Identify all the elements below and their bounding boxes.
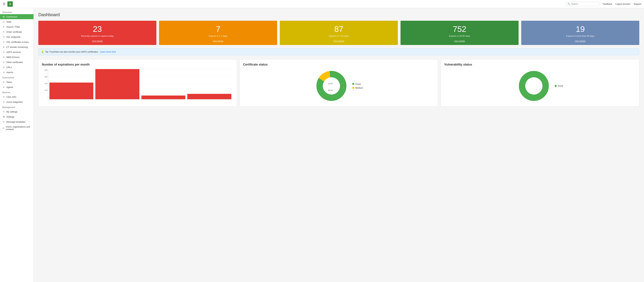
- chart-cert-status-title: Certificate status: [243, 63, 435, 66]
- view-details-90plus-days[interactable]: View details: [524, 40, 636, 42]
- sidebar-item-label: Search / Filter: [6, 26, 20, 28]
- legend-dot-medium: [352, 87, 354, 89]
- svg-text:S: S: [9, 3, 11, 6]
- stat-number-1-7days: 7: [162, 25, 274, 34]
- stat-card-7-30days[interactable]: 87 Expires in 7-30 days View details: [280, 21, 398, 45]
- sidebar-item-label: Tasks: [6, 81, 12, 83]
- support-link[interactable]: Support: [634, 3, 641, 5]
- citrix-icon: ≡: [2, 95, 5, 98]
- hamburger-icon[interactable]: ☰: [3, 2, 6, 6]
- sidebar-item-label: Azure integration: [6, 101, 23, 103]
- stat-card-expired[interactable]: 23 Recently expired or expires today Vie…: [38, 21, 156, 45]
- sidebar-item-dashboard[interactable]: ⊞ Dashboard: [0, 14, 34, 19]
- y-label-400: 400: [42, 83, 48, 85]
- sidebar-item-azure-integration[interactable]: ≡ Azure integration: [0, 99, 34, 104]
- sidebar-item-stats[interactable]: ≡ Stats: [0, 19, 34, 24]
- view-details-expired[interactable]: View details: [41, 40, 154, 42]
- search-input[interactable]: [571, 3, 595, 5]
- sidebar-item-settings[interactable]: ⚙ Settings: [0, 114, 34, 119]
- donut-vuln-status-svg: [517, 69, 551, 103]
- search-box[interactable]: 🔍: [566, 2, 599, 6]
- view-details-1-7days[interactable]: View details: [162, 40, 274, 42]
- sidebar-item-ssl-endpoints[interactable]: ≡ SSL endpoints: [0, 34, 34, 39]
- topbar: ☰ S 🔍 Feedback Logout (tvuser) Support: [0, 0, 644, 8]
- stat-cards: 23 Recently expired or expires today Vie…: [38, 21, 639, 45]
- bar-3: [142, 95, 185, 99]
- sidebar-item-agents[interactable]: ≡ Agents: [0, 85, 34, 90]
- sidebar-item-label: Stats: [6, 21, 12, 23]
- search-icon: 🔍: [568, 3, 570, 5]
- donut-vuln-status: Good: [444, 69, 636, 103]
- sidebar-item-label: CRLs: [6, 66, 12, 69]
- sidebar-item-label: Order certificate: [6, 31, 22, 33]
- stat-desc-1-7days: Expires in 1-7 days: [162, 35, 274, 37]
- stat-desc-7-30days: Expires in 7-30 days: [282, 35, 395, 37]
- legend-dot-good: [352, 83, 354, 85]
- sidebar-item-label: Alarms: [6, 71, 13, 74]
- chart-vulnerability-status: Vulnerability status Good: [441, 59, 639, 106]
- settings-icon: ⚙: [2, 115, 5, 118]
- management-section-label: Management: [0, 104, 34, 109]
- sidebar-item-label: MitID Erhverv: [6, 56, 20, 58]
- charts-section: Number of expirations per month 800 600 …: [38, 59, 639, 106]
- sidebar-item-order-certificate[interactable]: ≡ Order certificate: [0, 29, 34, 34]
- azure-icon: ≡: [2, 101, 5, 103]
- sidebar-item-ct-domain-monitoring[interactable]: ≡ CT domain monitoring: [0, 45, 34, 50]
- ct-icon: ≡: [2, 46, 5, 48]
- sidebar: Overview ⊞ Dashboard ≡ Stats ≡ Search / …: [0, 8, 34, 282]
- sidebar-item-label: ADFS services: [6, 51, 21, 53]
- message-templates-icon: ≡: [2, 120, 5, 123]
- sidebar-item-label: Users, organizations and contacts: [6, 125, 31, 130]
- sidebar-item-ssl-certs-keys[interactable]: ≡ SSL certificates & keys: [0, 39, 34, 45]
- sidebar-item-label: Citrix ADC: [6, 96, 16, 98]
- sidebar-item-message-templates[interactable]: ≡ Message templates: [0, 119, 34, 124]
- sidebar-item-search-filter[interactable]: ≡ Search / Filter: [0, 24, 34, 29]
- chart-expirations: Number of expirations per month 800 600 …: [38, 59, 237, 106]
- users-icon: ≡: [2, 127, 4, 129]
- sidebar-item-citrix-adc[interactable]: ≡ Citrix ADC: [0, 94, 34, 99]
- mitid-icon: ≡: [2, 56, 5, 58]
- stat-desc-30-90days: Expires in 30-90 days: [403, 35, 516, 37]
- stat-number-expired: 23: [41, 25, 154, 34]
- stat-desc-90plus-days: Expires in more than 90 days: [524, 35, 636, 37]
- sidebar-item-adfs-services[interactable]: ≡ ADFS services: [0, 50, 34, 55]
- stat-card-1-7days[interactable]: 7 Expires in 1-7 days View details: [159, 21, 277, 45]
- sidebar-item-alarms[interactable]: ≡ Alarms: [0, 70, 34, 75]
- agents-icon: ≡: [2, 86, 5, 88]
- sidebar-item-label: SSL endpoints: [6, 36, 20, 38]
- sidebar-item-my-settings[interactable]: ≡ My settings: [0, 109, 34, 114]
- devices-section-label: Devices: [0, 90, 34, 94]
- topbar-right: 🔍 Feedback Logout (tvuser) Support: [566, 2, 641, 6]
- other-certs-icon: ≡: [2, 61, 5, 64]
- stat-number-30-90days: 752: [403, 25, 516, 34]
- legend-dot-vuln-good: [555, 85, 557, 87]
- stat-card-30-90days[interactable]: 752 Expires in 30-90 days View details: [400, 21, 518, 45]
- chart-certificate-status: Certificate status 16.6% 83.4%: [240, 59, 438, 106]
- bar-1: [50, 83, 93, 99]
- logo-icon: S: [8, 1, 13, 7]
- svg-point-7: [525, 77, 542, 94]
- donut-cert-status-legend: Good Medium: [352, 83, 363, 89]
- sidebar-item-label: CT domain monitoring: [6, 46, 28, 48]
- tasks-icon: ≡: [2, 81, 5, 83]
- chart-vuln-status-title: Vulnerability status: [444, 63, 636, 66]
- sidebar-item-other-certs[interactable]: ≡ Other certificates: [0, 60, 34, 65]
- sidebar-item-label: Message templates: [6, 121, 26, 123]
- view-details-7-30days[interactable]: View details: [282, 40, 395, 42]
- sidebar-item-mitid-erhverv[interactable]: ≡ MitID Erhverv: [0, 55, 34, 60]
- crls-icon: ≡: [2, 66, 5, 69]
- sidebar-item-crls[interactable]: ≡ CRLs: [0, 65, 34, 70]
- stat-number-7-30days: 87: [282, 25, 395, 34]
- sidebar-item-label: Agents: [6, 86, 13, 88]
- stat-card-90plus-days[interactable]: 19 Expires in more than 90 days View det…: [521, 21, 639, 45]
- sidebar-item-tasks[interactable]: ≡ Tasks: [0, 79, 34, 85]
- logout-link[interactable]: Logout (tvuser): [616, 3, 630, 5]
- legend-label-medium: Medium: [355, 87, 363, 89]
- tip-link[interactable]: Learn more here: [100, 51, 116, 53]
- sidebar-item-users-organizations-contacts[interactable]: ≡ Users, organizations and contacts: [0, 124, 34, 132]
- view-details-30-90days[interactable]: View details: [403, 40, 516, 42]
- bar-4: [187, 94, 231, 99]
- sidebar-item-label: Settings: [6, 115, 14, 118]
- feedback-link[interactable]: Feedback: [603, 3, 612, 5]
- dashboard-icon: ⊞: [2, 15, 5, 18]
